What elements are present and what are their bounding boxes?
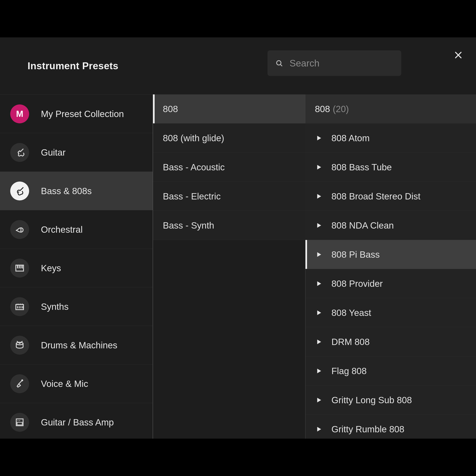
preset-item[interactable]: Gritty Long Sub 808 [306, 386, 476, 415]
preset-item[interactable]: DRM 808 [306, 327, 476, 357]
horn-icon [10, 220, 29, 239]
category-orchestral[interactable]: Orchestral [0, 210, 153, 249]
category-voice-mic[interactable]: Voice & Mic [0, 364, 153, 403]
category-label: Bass & 808s [41, 186, 92, 196]
play-icon[interactable] [315, 396, 323, 404]
preset-item[interactable]: 808 Atom [306, 123, 476, 153]
preset-item[interactable]: 808 Bass Tube [306, 153, 476, 182]
subcategory-column: 808 808 (with glide) Bass - Acoustic Bas… [153, 94, 306, 439]
play-icon[interactable] [315, 338, 323, 346]
drum-icon [10, 336, 29, 355]
search-field[interactable] [268, 50, 401, 76]
category-label: Drums & Machines [41, 340, 118, 351]
preset-header-count: (20) [333, 104, 349, 114]
play-icon[interactable] [315, 251, 323, 258]
category-label: Orchestral [41, 224, 83, 235]
category-label: Guitar / Bass Amp [41, 417, 114, 428]
preset-label: Flag 808 [331, 366, 367, 376]
play-icon[interactable] [315, 163, 323, 171]
category-bass-808s[interactable]: Bass & 808s [0, 172, 153, 210]
play-icon[interactable] [315, 309, 323, 317]
subcategory-bass-acoustic[interactable]: Bass - Acoustic [153, 153, 306, 182]
preset-item[interactable]: 808 Pi Bass [306, 240, 476, 269]
subcategory-bass-synth[interactable]: Bass - Synth [153, 211, 306, 240]
amp-icon [10, 413, 29, 432]
subcategory-label: 808 [163, 104, 178, 114]
category-label: Voice & Mic [41, 378, 88, 389]
preset-label: 808 NDA Clean [331, 220, 394, 231]
category-my-collection[interactable]: M My Preset Collection [0, 95, 153, 133]
close-icon [454, 50, 463, 60]
play-icon[interactable] [315, 221, 323, 229]
panel-header: Instrument Presets [0, 37, 476, 94]
preset-item[interactable]: 808 Yeast [306, 298, 476, 327]
subcategory-808-glide[interactable]: 808 (with glide) [153, 123, 306, 153]
search-icon [275, 59, 283, 67]
category-label: My Preset Collection [41, 109, 124, 119]
category-column: M My Preset Collection Guitar Bass & 808… [0, 94, 153, 439]
preset-column: 808 (20) 808 Atom 808 Bass Tube 808 Broa… [306, 94, 476, 439]
preset-item[interactable]: 808 NDA Clean [306, 211, 476, 240]
preset-header-label: 808 [315, 104, 330, 114]
category-drums[interactable]: Drums & Machines [0, 326, 153, 364]
preset-label: 808 Bass Tube [331, 162, 392, 172]
subcategory-label: Bass - Acoustic [163, 162, 225, 172]
mic-icon [10, 374, 29, 393]
play-icon[interactable] [315, 367, 323, 375]
preset-item[interactable]: 808 Broad Stereo Dist [306, 182, 476, 211]
play-icon[interactable] [315, 134, 323, 142]
subcategory-bass-electric[interactable]: Bass - Electric [153, 182, 306, 211]
category-keys[interactable]: Keys [0, 249, 153, 287]
piano-icon [10, 259, 29, 277]
category-label: Synths [41, 301, 69, 312]
subcategory-808[interactable]: 808 [153, 94, 306, 123]
category-label: Guitar [41, 147, 66, 158]
synth-icon [10, 297, 29, 316]
user-badge-icon: M [10, 104, 29, 123]
play-icon[interactable] [315, 192, 323, 200]
category-guitar[interactable]: Guitar [0, 133, 153, 172]
preset-list-header: 808 (20) [306, 94, 476, 123]
preset-label: 808 Pi Bass [331, 249, 380, 260]
preset-label: Gritty Long Sub 808 [331, 395, 412, 405]
close-button[interactable] [452, 49, 464, 61]
category-amp[interactable]: Guitar / Bass Amp [0, 403, 153, 439]
preset-label: 808 Atom [331, 133, 370, 143]
preset-browser-panel: Instrument Presets M My Preset Collectio… [0, 37, 476, 439]
bass-icon [10, 182, 29, 201]
play-icon[interactable] [315, 425, 323, 433]
preset-label: Gritty Rumble 808 [331, 424, 404, 435]
preset-label: 808 Provider [331, 278, 383, 289]
play-icon[interactable] [315, 280, 323, 288]
preset-label: DRM 808 [331, 337, 370, 347]
guitar-icon [10, 143, 29, 162]
preset-item[interactable]: Gritty Rumble 808 [306, 415, 476, 439]
subcategory-label: 808 (with glide) [163, 133, 224, 143]
preset-item[interactable]: 808 Provider [306, 269, 476, 298]
preset-label: 808 Yeast [331, 307, 371, 318]
preset-item[interactable]: Flag 808 [306, 357, 476, 386]
category-label: Keys [41, 263, 61, 273]
search-input[interactable] [289, 58, 407, 69]
panel-title: Instrument Presets [28, 60, 119, 72]
preset-label: 808 Broad Stereo Dist [331, 191, 421, 202]
subcategory-label: Bass - Synth [163, 220, 214, 231]
category-synths[interactable]: Synths [0, 287, 153, 326]
columns: M My Preset Collection Guitar Bass & 808… [0, 94, 476, 439]
subcategory-label: Bass - Electric [163, 191, 221, 202]
